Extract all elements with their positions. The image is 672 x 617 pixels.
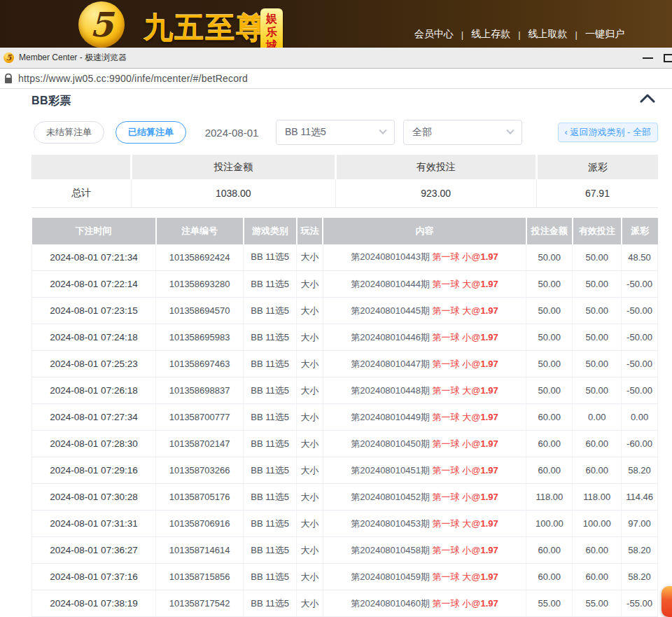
bet-play-cell: 大小 [297,298,323,324]
bet-payout-cell: 58.20 [622,537,658,564]
bet-amount-cell: 60.00 [526,431,573,457]
banner-nav: 会员中心|线上存款|线上取款|一键归户 [414,28,624,41]
summary-header-cell: 有效投注 [335,155,536,179]
bet-amount-cell: 50.00 [526,244,573,271]
bet-amount-cell: 50.00 [526,377,573,404]
bet-odds: 1.97 [480,465,498,476]
bet-pick: 第一球 小@ [433,359,481,369]
floating-promo-widget[interactable] [662,586,672,617]
bet-play-cell: 大小 [297,457,323,484]
play-select[interactable]: 全部 [403,120,522,145]
heading-row: BB彩票 [31,94,658,109]
bet-payout-cell: -50.00 [622,298,658,324]
bet-content-cell: 第202408010443期 第一球 小@1.97 [323,244,526,271]
bet-table-header-cell: 玩法 [297,218,323,244]
bet-odds: 1.97 [480,251,498,262]
bet-content-cell: 第202408010453期 第一球 大@1.97 [323,511,526,537]
bet-time-cell: 2024-08-01 07:38:19 [32,590,156,617]
bet-valid-cell: 60.00 [573,431,622,457]
collapse-section-button[interactable] [640,94,655,103]
bet-valid-cell: 50.00 [573,298,622,324]
bet-period: 第202408010450期 [351,438,432,449]
bet-play-cell: 大小 [297,537,323,564]
bet-row: 2024-08-01 07:21:34101358692424BB 11选5大小… [32,244,658,271]
bet-game-cell: BB 11选5 [244,351,297,377]
bet-play-cell: 大小 [297,351,323,377]
summary-header-cell: 投注金额 [131,155,335,179]
bet-odds: 1.97 [480,412,498,422]
bet-table-body: 2024-08-01 07:21:34101358692424BB 11选5大小… [32,244,658,617]
bet-payout-cell: 48.50 [622,244,658,271]
bet-game-cell: BB 11选5 [244,271,297,298]
logo-number: 5 [90,5,113,44]
bet-time-cell: 2024-08-01 07:25:23 [32,351,156,377]
nav-link[interactable]: 线上取款 [528,28,568,41]
bet-valid-cell: 50.00 [573,351,622,377]
bet-content-cell: 第202408010458期 第一球 小@1.97 [323,537,526,564]
bet-amount-cell: 50.00 [526,351,573,377]
chevron-down-icon [379,127,386,134]
minimize-button[interactable] [631,48,664,69]
bet-content-cell: 第202408010448期 第一球 大@1.97 [323,377,526,404]
bet-pick: 第一球 大@ [433,518,481,529]
bet-payout-cell: -50.00 [622,377,658,404]
bet-odds: 1.97 [480,438,498,449]
unsettled-bets-button[interactable]: 未结算注单 [34,121,104,144]
bet-game-cell: BB 11选5 [244,511,297,537]
bet-amount-cell: 100.00 [526,511,573,537]
bet-valid-cell: 118.00 [573,484,622,511]
nav-link[interactable]: 会员中心 [414,28,454,41]
bet-amount-cell: 118.00 [526,484,573,511]
back-to-category-button[interactable]: ‹ 返回游戏类别 - 全部 [558,123,659,142]
bet-amount-cell: 55.00 [526,590,573,617]
bet-game-cell: BB 11选5 [244,404,297,431]
bet-period: 第202408010459期 [351,571,432,582]
bet-play-cell: 大小 [297,431,323,457]
bet-table-header-cell: 投注金额 [526,218,573,244]
bet-content-cell: 第202408010451期 第一球 小@1.97 [323,457,526,484]
bet-period: 第202408010451期 [351,465,432,476]
bet-id-cell: 101358693280 [156,271,244,298]
nav-link[interactable]: 一键归户 [585,28,624,41]
bet-payout-cell: 97.00 [622,511,658,537]
bet-table-header-cell: 派彩 [622,218,658,244]
bet-id-cell: 101358700777 [156,404,244,431]
bet-odds: 1.97 [480,598,498,609]
bet-id-cell: 101358695983 [156,324,244,351]
bet-play-cell: 大小 [297,271,323,298]
bet-valid-cell: 55.00 [573,590,622,617]
bet-amount-cell: 60.00 [526,537,573,564]
bet-pick: 第一球 大@ [433,305,481,316]
brand-banner: 5 九五至尊 娱乐城 会员中心|线上存款|线上取款|一键归户 [0,0,672,48]
bet-row: 2024-08-01 07:27:34101358700777BB 11选5大小… [32,404,658,431]
bet-table-header-cell: 有效投注 [573,218,622,244]
bet-period: 第202408010458期 [351,545,432,555]
bet-id-cell: 101358694570 [156,298,244,324]
game-select[interactable]: BB 11选5 [276,120,395,145]
bet-table-header-cell: 内容 [323,218,526,244]
browser-urlbar[interactable]: https://www.jw05.cc:9900/infe/mcenter/#/… [0,69,672,89]
window-title: Member Center - 极速浏览器 [19,52,127,64]
bet-row: 2024-08-01 07:23:15101358694570BB 11选5大小… [32,298,658,324]
bet-payout-cell: 114.46 [622,484,658,511]
nav-link[interactable]: 线上存款 [471,28,510,41]
date-picker[interactable]: 2024-08-01 [196,127,267,139]
bet-play-cell: 大小 [297,511,323,537]
maximize-button[interactable] [664,54,672,62]
browser-favicon-icon: 5 [4,53,14,63]
bet-payout-cell: 58.20 [622,457,658,484]
bet-amount-cell: 50.00 [526,271,573,298]
bet-valid-cell: 50.00 [573,244,622,271]
bet-amount-cell: 60.00 [526,404,573,431]
settled-bets-button[interactable]: 已结算注单 [115,121,186,144]
bet-content-cell: 第202408010446期 第一球 小@1.97 [323,324,526,351]
bet-valid-cell: 0.00 [573,404,622,431]
bet-time-cell: 2024-08-01 07:29:16 [32,457,156,484]
bet-payout-cell: 58.20 [622,564,658,590]
bet-pick: 第一球 小@ [433,251,481,262]
bet-pick: 第一球 小@ [433,438,481,449]
bet-time-cell: 2024-08-01 07:27:34 [32,404,156,431]
bet-period: 第202408010445期 [351,305,432,316]
bet-play-cell: 大小 [297,590,323,617]
bet-odds: 1.97 [480,385,498,396]
